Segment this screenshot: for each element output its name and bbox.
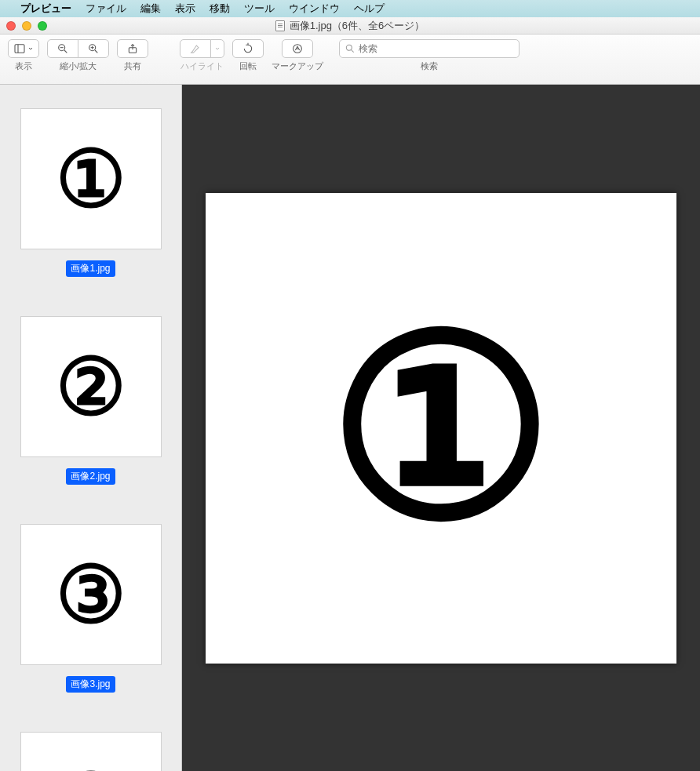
svg-rect-0: [15, 45, 24, 53]
minimize-button[interactable]: [22, 21, 31, 31]
zoom-label: 縮小/拡大: [60, 61, 97, 72]
main-canvas[interactable]: ①: [182, 85, 700, 771]
thumbnail-item[interactable]: ② 画像2.jpg: [0, 316, 181, 485]
share-group: 共有: [117, 39, 148, 72]
markup-icon: [291, 42, 304, 55]
share-label: 共有: [124, 61, 141, 72]
zoom-in-button[interactable]: [78, 39, 109, 58]
tools-menu[interactable]: ツール: [244, 2, 275, 16]
search-field[interactable]: [339, 39, 520, 58]
thumbnail-image: ③: [20, 524, 162, 665]
view-mode-button[interactable]: [8, 39, 39, 58]
markup-group: マークアップ: [272, 39, 323, 72]
highlighter-icon: [189, 42, 202, 55]
thumbnail-sidebar[interactable]: ① 画像1.jpg ② 画像2.jpg ③ 画像3.jpg ④ 画像4.jpg: [0, 85, 182, 771]
search-label: 検索: [421, 61, 438, 72]
search-icon: [345, 43, 355, 54]
zoom-window-button[interactable]: [38, 21, 47, 31]
thumbnail-item[interactable]: ③ 画像3.jpg: [0, 524, 181, 693]
search-input[interactable]: [359, 43, 514, 54]
close-button[interactable]: [6, 21, 16, 31]
svg-line-6: [95, 50, 97, 53]
sidebar-icon: [13, 42, 26, 55]
share-icon: [126, 42, 139, 55]
go-menu[interactable]: 移動: [210, 2, 230, 16]
thumbnail-label[interactable]: 画像3.jpg: [66, 676, 115, 693]
toolbar: 表示 縮小/拡大 共有: [0, 35, 700, 85]
thumbnail-label[interactable]: 画像1.jpg: [66, 260, 115, 277]
thumbnail-item[interactable]: ① 画像1.jpg: [0, 108, 181, 277]
highlight-dropdown-button[interactable]: [210, 39, 224, 58]
svg-point-12: [346, 45, 352, 50]
rotate-button[interactable]: [232, 39, 264, 58]
search-group: 検索: [339, 39, 520, 72]
markup-button[interactable]: [282, 39, 313, 58]
svg-line-3: [64, 50, 67, 53]
file-menu[interactable]: ファイル: [86, 2, 126, 16]
highlight-label: ハイライト: [180, 61, 224, 72]
window-title: 画像1.jpg（6件、全6ページ）: [290, 19, 425, 33]
edit-menu[interactable]: 編集: [140, 2, 161, 16]
zoom-in-icon: [87, 42, 100, 55]
titlebar[interactable]: 画像1.jpg（6件、全6ページ）: [0, 17, 700, 35]
help-menu[interactable]: ヘルプ: [354, 2, 385, 16]
traffic-lights: [6, 21, 47, 31]
rotate-group: 回転: [232, 39, 264, 72]
menubar: プレビュー ファイル 編集 表示 移動 ツール ウインドウ ヘルプ: [0, 0, 700, 17]
zoom-group: 縮小/拡大: [47, 39, 109, 72]
view-mode-group: 表示: [8, 39, 39, 72]
view-menu[interactable]: 表示: [175, 2, 195, 16]
document-icon: [275, 20, 285, 31]
thumbnail-image: ②: [20, 316, 162, 457]
thumbnail-image: ①: [20, 108, 162, 249]
markup-label: マークアップ: [272, 61, 323, 72]
rotate-left-icon: [242, 42, 254, 55]
zoom-out-button[interactable]: [47, 39, 78, 58]
highlight-group: ハイライト: [180, 39, 224, 72]
view-mode-label: 表示: [15, 61, 32, 72]
share-button[interactable]: [117, 39, 148, 58]
preview-window: 画像1.jpg（6件、全6ページ） 表示 縮小/拡大: [0, 17, 700, 771]
chevron-down-icon: [27, 43, 34, 54]
thumbnail-label[interactable]: 画像2.jpg: [66, 468, 115, 485]
highlight-button[interactable]: [180, 39, 211, 58]
app-menu[interactable]: プレビュー: [20, 2, 71, 16]
window-menu[interactable]: ウインドウ: [289, 2, 340, 16]
zoom-out-icon: [57, 42, 69, 55]
window-title-group: 画像1.jpg（6件、全6ページ）: [275, 19, 425, 33]
svg-line-13: [352, 50, 354, 53]
content-area: ① 画像1.jpg ② 画像2.jpg ③ 画像3.jpg ④ 画像4.jpg …: [0, 85, 700, 771]
thumbnail-image: ④: [20, 732, 162, 771]
current-page[interactable]: ①: [206, 193, 676, 664]
thumbnail-item[interactable]: ④ 画像4.jpg: [0, 732, 181, 771]
rotate-label: 回転: [239, 61, 257, 72]
chevron-down-icon: [214, 43, 221, 54]
